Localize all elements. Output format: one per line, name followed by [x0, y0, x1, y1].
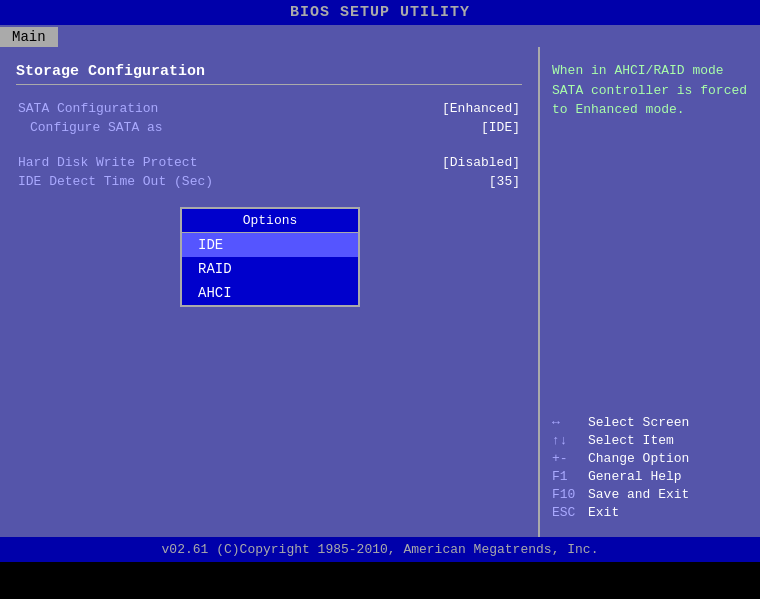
- key-select-screen: ↔ Select Screen: [552, 415, 748, 430]
- key-desc-select-item: Select Item: [588, 433, 674, 448]
- key-change-option: +- Change Option: [552, 451, 748, 466]
- config-row-configure-sata[interactable]: Configure SATA as [IDE]: [18, 120, 520, 135]
- options-title: Options: [182, 209, 358, 233]
- option-ide[interactable]: IDE: [182, 233, 358, 257]
- key-desc-select-screen: Select Screen: [588, 415, 689, 430]
- key-symbol-f10: F10: [552, 487, 588, 502]
- configure-sata-value: [IDE]: [481, 120, 520, 135]
- configure-sata-label: Configure SATA as: [18, 120, 163, 135]
- key-symbol-arrows: ↔: [552, 415, 588, 430]
- bios-title: BIOS SETUP UTILITY: [0, 0, 760, 25]
- ide-timeout-value: [35]: [489, 174, 520, 189]
- tab-bar: Main: [0, 25, 760, 47]
- config-table: SATA Configuration [Enhanced] Configure …: [16, 99, 522, 195]
- key-legend: ↔ Select Screen ↑↓ Select Item +- Change…: [552, 415, 748, 523]
- config-row-ide-timeout[interactable]: IDE Detect Time Out (Sec) [35]: [18, 174, 520, 189]
- option-ahci[interactable]: AHCI: [182, 281, 358, 305]
- tab-main[interactable]: Main: [0, 27, 58, 47]
- right-panel: When in AHCI/RAID mode SATA controller i…: [540, 47, 760, 537]
- write-protect-value: [Disabled]: [442, 155, 520, 170]
- section-title: Storage Configuration: [16, 63, 522, 85]
- key-desc-esc: Exit: [588, 505, 619, 520]
- key-desc-change-option: Change Option: [588, 451, 689, 466]
- key-save-exit: F10 Save and Exit: [552, 487, 748, 502]
- key-symbol-plusminus: +-: [552, 451, 588, 466]
- options-popup: Options IDE RAID AHCI: [180, 207, 360, 307]
- option-raid[interactable]: RAID: [182, 257, 358, 281]
- key-desc-save-exit: Save and Exit: [588, 487, 689, 502]
- sata-config-label: SATA Configuration: [18, 101, 158, 116]
- key-general-help: F1 General Help: [552, 469, 748, 484]
- main-area: Storage Configuration SATA Configuration…: [0, 47, 760, 537]
- ide-timeout-label: IDE Detect Time Out (Sec): [18, 174, 213, 189]
- key-desc-general-help: General Help: [588, 469, 682, 484]
- key-symbol-esc: ESC: [552, 505, 588, 520]
- config-row-write-protect[interactable]: Hard Disk Write Protect [Disabled]: [18, 155, 520, 170]
- key-symbol-f1: F1: [552, 469, 588, 484]
- sata-config-value: [Enhanced]: [442, 101, 520, 116]
- key-select-item: ↑↓ Select Item: [552, 433, 748, 448]
- left-panel: Storage Configuration SATA Configuration…: [0, 47, 540, 537]
- key-symbol-updown: ↑↓: [552, 433, 588, 448]
- config-row-sata: SATA Configuration [Enhanced]: [18, 101, 520, 116]
- write-protect-label: Hard Disk Write Protect: [18, 155, 197, 170]
- footer: v02.61 (C)Copyright 1985-2010, American …: [0, 537, 760, 562]
- key-esc: ESC Exit: [552, 505, 748, 520]
- help-text: When in AHCI/RAID mode SATA controller i…: [552, 61, 748, 120]
